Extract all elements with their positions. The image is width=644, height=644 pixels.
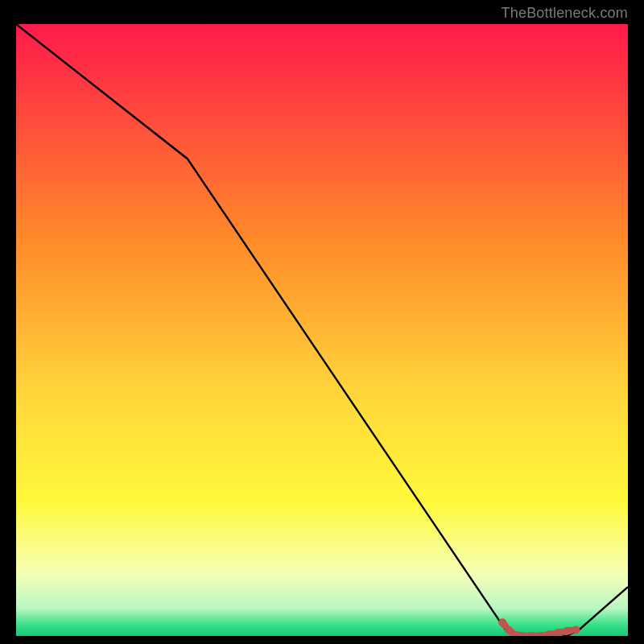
svg-point-17	[563, 627, 571, 635]
svg-point-9	[498, 618, 506, 626]
chart-gradient-background	[16, 24, 628, 636]
attribution-text: TheBottleneck.com	[502, 5, 628, 22]
bottleneck-chart	[16, 24, 628, 636]
svg-point-18	[572, 625, 580, 634]
